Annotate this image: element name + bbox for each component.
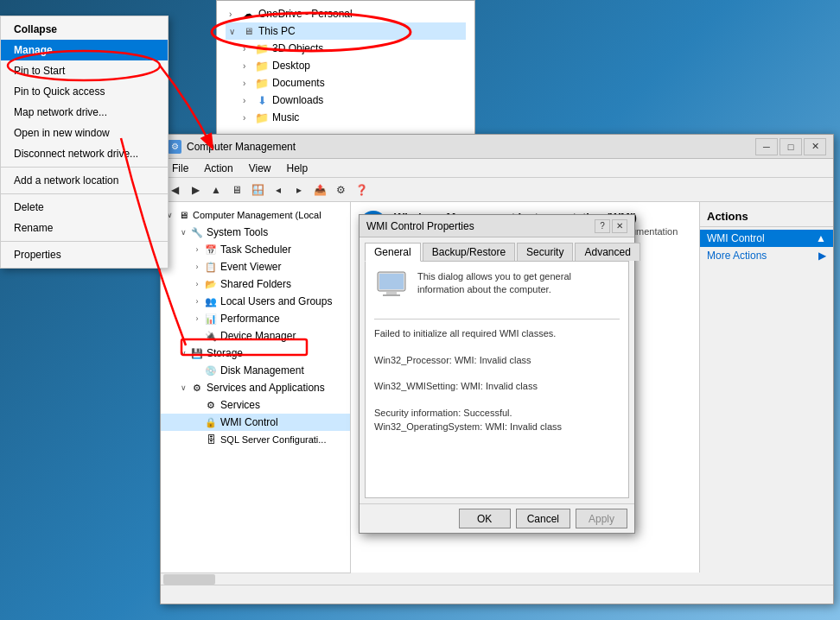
- dialog-tab-security[interactable]: Security: [517, 243, 573, 261]
- toolbar-properties[interactable]: ⚙: [331, 180, 350, 199]
- tree-node-sqlserver[interactable]: 🗄 SQL Server Configurati...: [161, 431, 350, 448]
- menu-view[interactable]: View: [242, 161, 278, 176]
- tree-node-performance[interactable]: › 📊 Performance: [161, 310, 350, 327]
- context-menu-manage[interactable]: Manage: [1, 40, 168, 60]
- separator-3: [1, 241, 168, 242]
- context-menu-pin-start[interactable]: Pin to Start: [1, 60, 168, 81]
- svg-rect-2: [386, 292, 397, 294]
- tree-item-onedrive[interactable]: › ☁ OneDrive - Personal: [226, 5, 466, 22]
- dialog-status-line-0: Failed to initialize all required WMI cl…: [374, 326, 620, 341]
- toolbar-back2[interactable]: ◂: [269, 180, 288, 199]
- tree-item-documents[interactable]: › 📁 Documents: [226, 74, 466, 92]
- context-menu-map-network[interactable]: Map network drive...: [1, 102, 168, 123]
- dialog-help-btn[interactable]: ?: [595, 219, 610, 233]
- node-label: Services: [220, 399, 260, 411]
- node-label: Storage: [207, 347, 243, 359]
- toolbar-show-hide-console[interactable]: 🖥: [227, 180, 246, 199]
- dialog-buttons: OK Cancel Apply: [360, 503, 634, 533]
- actions-wmi-control[interactable]: WMI Control ▲: [700, 230, 833, 247]
- actions-more[interactable]: More Actions ▶: [700, 247, 833, 264]
- toolbar-forward[interactable]: ▶: [186, 180, 205, 199]
- dialog-apply-button[interactable]: Apply: [576, 509, 627, 528]
- context-menu-delete[interactable]: Delete: [1, 197, 168, 218]
- tree-node-wmicontrol[interactable]: 🔒 WMI Control: [161, 414, 350, 431]
- maximize-button[interactable]: □: [780, 138, 802, 155]
- window-controls: ─ □ ✕: [755, 138, 826, 155]
- expand-icon: ›: [190, 280, 204, 288]
- expand-arrow: ›: [243, 96, 253, 105]
- context-menu-rename[interactable]: Rename: [1, 218, 168, 238]
- tree-item-label: 3D Objects: [272, 42, 323, 54]
- dialog-cancel-button[interactable]: Cancel: [516, 509, 570, 528]
- tree-node-taskscheduler[interactable]: › 📅 Task Scheduler: [161, 241, 350, 258]
- close-button[interactable]: ✕: [804, 138, 826, 155]
- tree-node-systemtools[interactable]: ∨ 🔧 System Tools: [161, 224, 350, 241]
- node-label: Disk Management: [220, 364, 304, 376]
- tree-node-eventviewer[interactable]: › 📋 Event Viewer: [161, 258, 350, 275]
- tree-node-services[interactable]: ⚙ Services: [161, 396, 350, 414]
- folder-icon: 📁: [255, 41, 269, 55]
- tree-item-label: Downloads: [272, 94, 323, 106]
- horizontal-scrollbar[interactable]: [161, 573, 351, 585]
- context-menu-collapse[interactable]: Collapse: [1, 19, 168, 40]
- devicemanager-icon: 🔌: [204, 329, 218, 343]
- dialog-tab-advanced[interactable]: Advanced: [575, 243, 640, 261]
- context-menu-add-network[interactable]: Add a network location: [1, 170, 168, 191]
- menu-help[interactable]: Help: [280, 161, 315, 176]
- toolbar-up[interactable]: ▲: [207, 180, 226, 199]
- wmi-icon: 🔒: [204, 415, 218, 429]
- context-menu-open-new-window[interactable]: Open in new window: [1, 123, 168, 143]
- window-title: Computer Management: [187, 141, 296, 153]
- menu-file[interactable]: File: [165, 161, 195, 176]
- node-label: Shared Folders: [220, 278, 291, 290]
- actions-title: Actions: [700, 206, 833, 227]
- menu-action[interactable]: Action: [197, 161, 239, 176]
- minimize-button[interactable]: ─: [755, 138, 778, 155]
- tree-item-music[interactable]: › 📁 Music: [226, 109, 466, 126]
- dialog-close-btn[interactable]: ✕: [612, 219, 627, 233]
- expand-arrow: ›: [243, 61, 253, 71]
- context-menu-properties[interactable]: Properties: [1, 244, 168, 265]
- dialog-tab-backup[interactable]: Backup/Restore: [423, 243, 515, 261]
- tree-item-desktop[interactable]: › 📁 Desktop: [226, 57, 466, 74]
- expand-icon: ∨: [176, 383, 190, 392]
- window-icon: ⚙: [168, 140, 181, 154]
- expand-arrow-thispc: ∨: [229, 27, 239, 36]
- tree-node-sharedfolders[interactable]: › 📂 Shared Folders: [161, 275, 350, 293]
- dialog-ok-button[interactable]: OK: [459, 509, 511, 528]
- tree-node-storage[interactable]: ∨ 💾 Storage: [161, 345, 350, 362]
- node-label: Device Manager: [220, 330, 296, 342]
- toolbar-forward2[interactable]: ▸: [290, 180, 309, 199]
- expand-arrow: ›: [243, 79, 253, 88]
- actions-panel: Actions WMI Control ▲ More Actions ▶: [699, 202, 833, 573]
- toolbar-export[interactable]: 📤: [310, 180, 329, 199]
- systemtools-icon: 🔧: [190, 225, 204, 239]
- tree-node-services-apps[interactable]: ∨ ⚙ Services and Applications: [161, 379, 350, 396]
- expand-arrow: ›: [229, 9, 239, 19]
- context-menu-disconnect[interactable]: Disconnect network drive...: [1, 143, 168, 164]
- toolbar-help[interactable]: ❓: [352, 180, 371, 199]
- dialog-tab-general[interactable]: General: [365, 243, 421, 262]
- tree-item-label: OneDrive - Personal: [258, 8, 353, 20]
- context-menu: Collapse Manage Pin to Start Pin to Quic…: [0, 16, 169, 269]
- svg-rect-3: [383, 294, 400, 296]
- folder-icon: 📁: [255, 76, 269, 90]
- node-label: WMI Control: [220, 416, 278, 428]
- dialog-separator: [374, 319, 620, 319]
- context-menu-pin-quick[interactable]: Pin to Quick access: [1, 81, 168, 102]
- dialog-content: This dialog allows you to get general in…: [365, 261, 629, 498]
- tree-item-3dobjects[interactable]: › 📁 3D Objects: [226, 40, 466, 57]
- tree-item-downloads[interactable]: › ⬇ Downloads: [226, 92, 466, 109]
- tree-node-localusers[interactable]: › 👥 Local Users and Groups: [161, 293, 350, 310]
- tree-node-devicemanager[interactable]: 🔌 Device Manager: [161, 327, 350, 345]
- tree-node-compmgmt[interactable]: ∨ 🖥 Computer Management (Local: [161, 206, 350, 224]
- expand-icon: ›: [190, 314, 204, 323]
- dialog-status-line-6: Security information: Successful.: [374, 406, 620, 421]
- scrollbar-thumb[interactable]: [163, 574, 215, 585]
- titlebar-left: ⚙ Computer Management: [168, 140, 296, 154]
- tree-item-thispc[interactable]: ∨ 🖥 This PC: [226, 22, 466, 40]
- tree-node-diskmgmt[interactable]: 💿 Disk Management: [161, 362, 350, 379]
- node-label: System Tools: [207, 226, 268, 238]
- servicesapps-icon: ⚙: [190, 381, 204, 395]
- toolbar-new-window[interactable]: 🪟: [248, 180, 267, 199]
